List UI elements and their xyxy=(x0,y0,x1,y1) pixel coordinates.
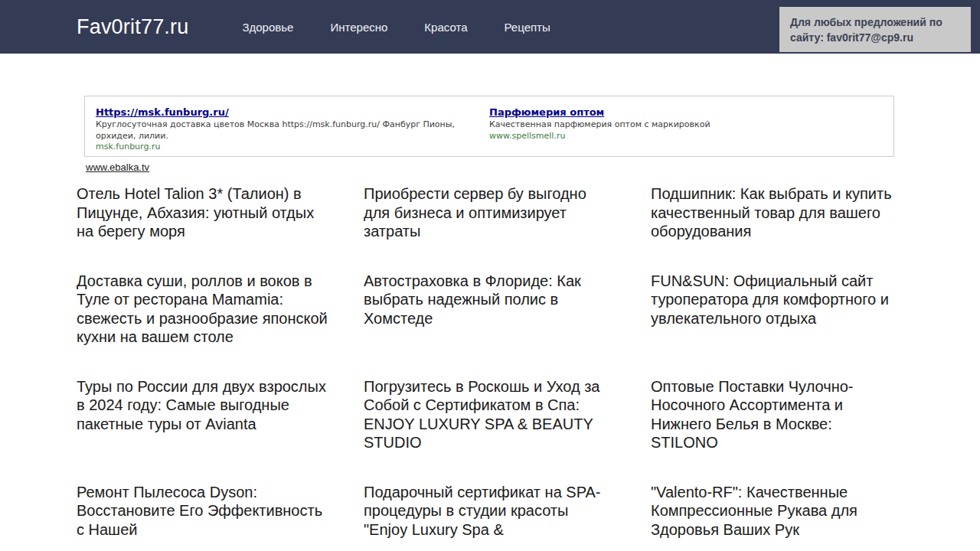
ad-display-url[interactable]: msk.funburg.ru xyxy=(96,142,474,153)
nav-item-krasota[interactable]: Красота xyxy=(424,21,467,34)
article-link[interactable]: Оптовые Поставки Чулочно-Носочного Ассор… xyxy=(651,377,903,452)
ad-display-url[interactable]: www.spellsmell.ru xyxy=(489,131,867,142)
nav-item-interesno[interactable]: Интересно xyxy=(330,21,387,34)
articles-grid: Отель Hotel Talion 3* (Талион) в Пицунде… xyxy=(77,184,903,539)
ad-title-link[interactable]: Парфюмерия оптом xyxy=(489,106,604,118)
nav-item-recepty[interactable]: Рецепты xyxy=(505,21,550,34)
header: Fav0rit77.ru Здоровье Интересно Красота … xyxy=(0,0,980,54)
article-link[interactable]: Отель Hotel Talion 3* (Талион) в Пицунде… xyxy=(77,184,329,241)
article-link[interactable]: Приобрести сервер бу выгодно для бизнеса… xyxy=(364,184,616,241)
ad-unit: Https://msk.funburg.ru/ Круглосуточная д… xyxy=(96,104,489,148)
nav-item-zdorovye[interactable]: Здоровье xyxy=(242,21,293,34)
article-link[interactable]: "Valento-RF": Качественные Компрессионны… xyxy=(651,483,903,540)
main-content: Https://msk.funburg.ru/ Круглосуточная д… xyxy=(77,96,903,539)
ad-description: Круглосуточная доставка цветов Москва ht… xyxy=(96,119,474,142)
external-site-link[interactable]: www.ebalka.tv xyxy=(86,161,149,173)
article-link[interactable]: Подарочный сертификат на SPA-процедуры в… xyxy=(364,483,616,540)
article-link[interactable]: Погрузитесь в Роскошь и Уход за Собой с … xyxy=(364,377,616,452)
site-logo[interactable]: Fav0rit77.ru xyxy=(77,15,188,39)
article-link[interactable]: Доставка суши, роллов и воков в Туле от … xyxy=(77,272,329,347)
article-link[interactable]: FUN&SUN: Официальный сайт туроператора д… xyxy=(651,272,903,328)
article-link[interactable]: Ремонт Пылесоса Dyson: Восстановите Его … xyxy=(77,483,329,540)
ad-banner-block: Https://msk.funburg.ru/ Круглосуточная д… xyxy=(84,96,894,157)
ad-unit: Парфюмерия оптом Качественная парфюмерия… xyxy=(489,104,883,148)
ad-description: Качественная парфюмерия оптом с маркиров… xyxy=(489,119,867,131)
article-link[interactable]: Туры по России для двух взрослых в 2024 … xyxy=(77,377,329,434)
article-link[interactable]: Подшипник: Как выбрать и купить качестве… xyxy=(651,184,903,241)
article-link[interactable]: Автостраховка в Флориде: Как выбрать над… xyxy=(364,272,616,328)
main-nav: Здоровье Интересно Красота Рецепты xyxy=(242,21,550,34)
ad-title-link[interactable]: Https://msk.funburg.ru/ xyxy=(96,106,229,118)
site-contact-notice: Для любых предложений по сайту: fav0rit7… xyxy=(779,7,971,52)
